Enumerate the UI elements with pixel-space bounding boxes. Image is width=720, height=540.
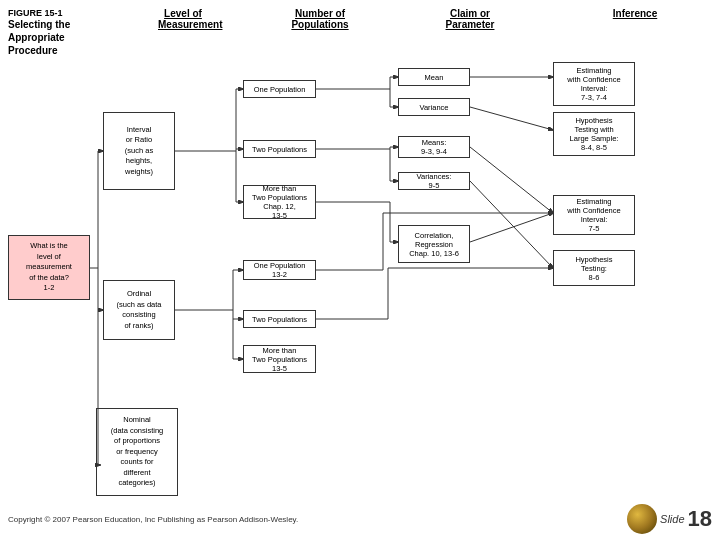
flowchart-area: What is the level of measurement of the …	[8, 40, 712, 510]
mean-box: Mean	[398, 68, 470, 86]
start-box: What is the level of measurement of the …	[8, 235, 90, 300]
slide-word: Slide	[660, 513, 684, 525]
means-box: Means:9-3, 9-4	[398, 136, 470, 158]
hyp-test-box: HypothesisTesting:8-6	[553, 250, 635, 286]
svg-line-28	[470, 107, 553, 130]
variance-box: Variance	[398, 98, 470, 116]
slide-badge: Slide 18	[627, 504, 712, 534]
col-header-claim: Claim orParameter	[435, 8, 505, 30]
svg-line-29	[470, 147, 553, 213]
svg-line-31	[470, 213, 553, 242]
footer: Copyright © 2007 Pearson Education, Inc …	[8, 504, 712, 534]
col-header-inference: Inference	[600, 8, 670, 19]
est-ci-2-box: Estimatingwith ConfidenceInterval:7-5	[553, 195, 635, 235]
col-header-populations: Number ofPopulations	[285, 8, 355, 30]
nominal-box: Nominal(data consistingof proportionsor …	[96, 408, 178, 496]
est-ci-1-box: Estimatingwith ConfidenceInterval:7-3, 7…	[553, 62, 635, 106]
variances-box: Variances:9-5	[398, 172, 470, 190]
more-pop-ordinal: More thanTwo Populations13-5	[243, 345, 316, 373]
one-pop-interval: One Population	[243, 80, 316, 98]
figure-number: FIGURE 15-1	[8, 8, 108, 18]
one-pop-ordinal: One Population13-2	[243, 260, 316, 280]
more-pop-interval: More thanTwo PopulationsChap. 12,13-5	[243, 185, 316, 219]
copyright: Copyright © 2007 Pearson Education, Inc …	[8, 515, 298, 524]
slide-number: 18	[688, 506, 712, 532]
svg-line-30	[470, 181, 553, 268]
hyp-large-box: HypothesisTesting withLarge Sample:8-4, …	[553, 112, 635, 156]
slide-disc	[627, 504, 657, 534]
interval-box: Intervalor Ratio(such asheights,weights)	[103, 112, 175, 190]
two-pop-interval: Two Populations	[243, 140, 316, 158]
ordinal-box: Ordinal(such as dataconsistingof ranks)	[103, 280, 175, 340]
col-header-measurement: Level ofMeasurement	[158, 8, 208, 30]
corr-reg-box: Correlation,RegressionChap. 10, 13-6	[398, 225, 470, 263]
two-pop-ordinal: Two Populations	[243, 310, 316, 328]
